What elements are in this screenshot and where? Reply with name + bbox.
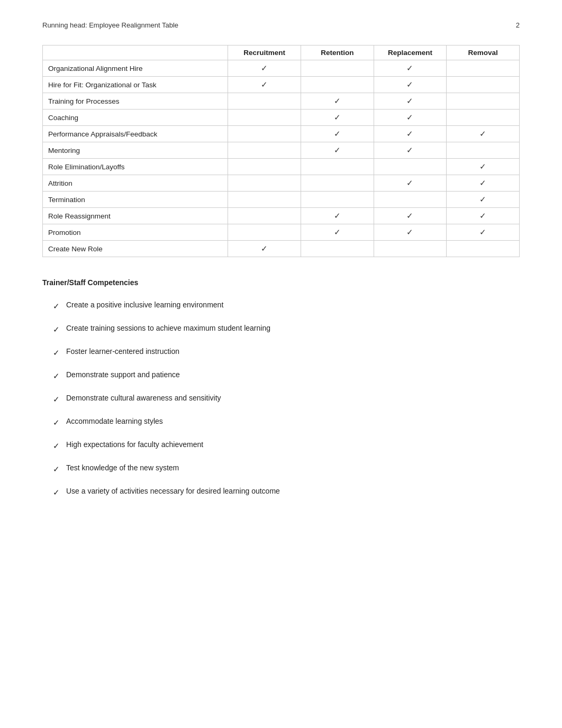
table-cell-label: Organizational Alignment Hire: [43, 60, 228, 77]
page-number: 2: [516, 21, 520, 29]
table-cell-removal: ✓: [447, 159, 520, 175]
table-cell-recruitment: ✓: [228, 241, 301, 257]
table-header-row: Recruitment Retention Replacement Remova…: [43, 46, 520, 60]
table-cell-replacement: ✓: [374, 142, 447, 159]
list-item-text: Create a positive inclusive learning env…: [66, 300, 223, 311]
table-cell-removal: ✓: [447, 192, 520, 208]
table-cell-removal: ✓: [447, 224, 520, 241]
section-heading-part2: ff: [80, 278, 87, 287]
table-row: Role Reassignment✓✓✓: [43, 208, 520, 224]
table-cell-removal: [447, 60, 520, 77]
table-cell-replacement: ✓: [374, 60, 447, 77]
table-row: Performance Appraisals/Feedback✓✓✓: [43, 126, 520, 142]
running-head-text: Running head: Employee Realignment Table: [42, 21, 178, 29]
table-cell-replacement: ✓: [374, 208, 447, 224]
table-cell-label: Termination: [43, 192, 228, 208]
table-cell-label: Hire for Fit: Organizational or Task: [43, 77, 228, 93]
check-icon: ✓: [53, 394, 60, 405]
list-item: ✓Test knowledge of the new system: [53, 463, 520, 475]
realignment-table: Recruitment Retention Replacement Remova…: [42, 45, 520, 257]
check-icon: ✓: [261, 63, 268, 72]
table-cell-removal: ✓: [447, 208, 520, 224]
check-icon: ✓: [479, 162, 486, 171]
list-item-text: Demonstrate support and patience: [66, 370, 180, 380]
check-icon: ✓: [406, 178, 413, 187]
table-cell-replacement: ✓: [374, 77, 447, 93]
check-icon: ✓: [479, 129, 486, 138]
table-cell-retention: ✓: [301, 110, 374, 126]
table-cell-recruitment: [228, 159, 301, 175]
table-cell-recruitment: [228, 93, 301, 110]
table-row: Coaching✓✓: [43, 110, 520, 126]
table-row: Promotion✓✓✓: [43, 224, 520, 241]
list-item: ✓Use a variety of activities necessary f…: [53, 486, 520, 498]
table-cell-replacement: ✓: [374, 126, 447, 142]
check-icon: ✓: [334, 145, 341, 154]
check-icon: ✓: [479, 178, 486, 187]
table-cell-retention: ✓: [301, 126, 374, 142]
table-cell-label: Training for Processes: [43, 93, 228, 110]
check-icon: ✓: [53, 440, 60, 451]
check-icon: ✓: [53, 347, 60, 358]
check-icon: ✓: [53, 417, 60, 428]
check-icon: ✓: [406, 80, 413, 89]
check-icon: ✓: [406, 129, 413, 138]
col-header-recruitment: Recruitment: [228, 46, 301, 60]
table-cell-label: Mentoring: [43, 142, 228, 159]
list-item: ✓Create training sessions to achieve max…: [53, 323, 520, 335]
table-cell-replacement: ✓: [374, 93, 447, 110]
table-cell-retention: ✓: [301, 224, 374, 241]
col-header-replacement: Replacement: [374, 46, 447, 60]
table-cell-retention: ✓: [301, 142, 374, 159]
table-row: Termination✓: [43, 192, 520, 208]
table-row: Training for Processes✓✓: [43, 93, 520, 110]
table-cell-removal: [447, 93, 520, 110]
list-item: ✓Foster learner-centered instruction: [53, 347, 520, 358]
table-row: Create New Role✓: [43, 241, 520, 257]
check-icon: ✓: [406, 228, 413, 236]
table-cell-retention: [301, 175, 374, 192]
list-item: ✓Demonstrate cultural awareness and sens…: [53, 393, 520, 405]
table-cell-label: Role Elimination/Layoffs: [43, 159, 228, 175]
check-icon: ✓: [406, 145, 413, 154]
table-cell-recruitment: ✓: [228, 77, 301, 93]
table-cell-removal: [447, 142, 520, 159]
table-cell-replacement: ✓: [374, 224, 447, 241]
table-cell-recruitment: [228, 208, 301, 224]
table-cell-replacement: ✓: [374, 110, 447, 126]
table-cell-retention: [301, 60, 374, 77]
table-cell-retention: [301, 159, 374, 175]
table-cell-label: Promotion: [43, 224, 228, 241]
check-icon: ✓: [53, 324, 60, 335]
table-row: Organizational Alignment Hire✓✓: [43, 60, 520, 77]
list-item-text: Use a variety of activities necessary fo…: [66, 486, 280, 497]
list-item-text: Accommodate learning styles: [66, 416, 163, 427]
list-item-text: Demonstrate cultural awareness and sensi…: [66, 393, 221, 404]
list-item: ✓Create a positive inclusive learning en…: [53, 300, 520, 312]
table-cell-recruitment: [228, 126, 301, 142]
table-cell-replacement: [374, 241, 447, 257]
table-row: Role Elimination/Layoffs✓: [43, 159, 520, 175]
list-item: ✓High expectations for faculty achieveme…: [53, 440, 520, 451]
list-item-text: High expectations for faculty achievemen…: [66, 440, 203, 450]
check-icon: ✓: [334, 113, 341, 122]
table-cell-replacement: [374, 192, 447, 208]
table-cell-retention: [301, 77, 374, 93]
table-cell-recruitment: [228, 142, 301, 159]
section-heading-part1: Trainer/Sta: [42, 278, 80, 287]
check-icon: ✓: [53, 463, 60, 475]
check-icon: ✓: [334, 211, 341, 220]
table-cell-label: Attrition: [43, 175, 228, 192]
table-row: Mentoring✓✓: [43, 142, 520, 159]
check-icon: ✓: [334, 129, 341, 138]
check-icon: ✓: [334, 96, 341, 105]
table-cell-retention: [301, 192, 374, 208]
check-icon: ✓: [479, 195, 486, 204]
list-item-text: Test knowledge of the new system: [66, 463, 179, 474]
check-icon: ✓: [406, 113, 413, 122]
table-cell-retention: ✓: [301, 208, 374, 224]
section-heading-part3: Competencies: [88, 278, 139, 287]
check-icon: ✓: [261, 80, 268, 89]
list-item: ✓Demonstrate support and patience: [53, 370, 520, 381]
col-header-removal: Removal: [447, 46, 520, 60]
